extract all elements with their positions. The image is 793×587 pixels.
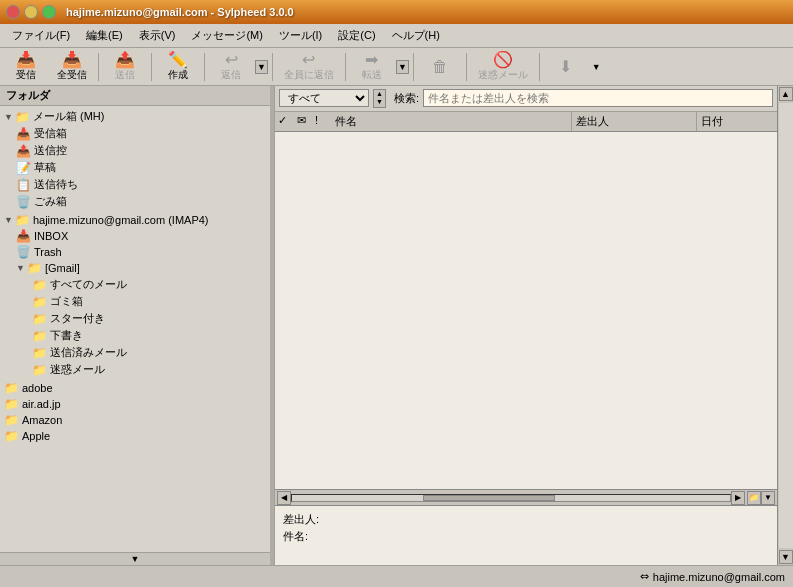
spin-down[interactable]: ▼	[374, 98, 385, 106]
folder-icon-outbox: 📤	[16, 144, 31, 158]
preview-pane: 差出人: 件名:	[275, 505, 777, 565]
scroll-left[interactable]: ◀	[277, 491, 291, 505]
menu-file[interactable]: ファイル(F)	[4, 26, 78, 45]
menu-help[interactable]: ヘルプ(H)	[384, 26, 448, 45]
folder-item-imap-account[interactable]: ▼ 📁 hajime.mizuno@gmail.com (IMAP4)	[0, 212, 274, 228]
menu-tools[interactable]: ツール(I)	[271, 26, 330, 45]
h-scrollbar[interactable]: ◀ ▶ 📁 ▼	[275, 489, 777, 505]
toolbar-separator-4	[272, 53, 273, 81]
toggle-imap[interactable]: ▼	[4, 215, 13, 225]
close-button[interactable]	[6, 5, 20, 19]
folder-item-amazon[interactable]: 📁 Amazon	[0, 412, 274, 428]
v-scroll-down[interactable]: ▼	[779, 550, 793, 564]
folder-icon-inbox: 📥	[16, 127, 31, 141]
toolbar-separator-2	[151, 53, 152, 81]
filter-spinner[interactable]: ▲ ▼	[373, 89, 386, 108]
sidebar: フォルダ ▼ 📁 メール箱 (MH) 📥 受信箱 📤 送信控 📝 草稿	[0, 86, 275, 565]
folder-item-adobe[interactable]: 📁 adobe	[0, 380, 274, 396]
folder-item-gmail-all[interactable]: 📁 すべてのメール	[0, 276, 274, 293]
scroll-track[interactable]	[291, 494, 731, 502]
folder-label-queue: 送信待ち	[34, 177, 78, 192]
menu-settings[interactable]: 設定(C)	[330, 26, 383, 45]
forward-button[interactable]: ➡ 転送	[350, 49, 394, 85]
scroll-down-btn[interactable]: ▼	[761, 491, 775, 505]
status-email-text: hajime.mizuno@gmail.com	[653, 571, 785, 583]
folder-item-airad[interactable]: 📁 air.ad.jp	[0, 396, 274, 412]
col-from[interactable]: 差出人	[572, 112, 697, 131]
folder-filter-select[interactable]: すべて	[279, 89, 369, 107]
v-scrollbar[interactable]: ▲ ▼	[777, 86, 793, 565]
folder-label-trash-local: ごみ箱	[34, 194, 67, 209]
status-bar: ⇔ hajime.mizuno@gmail.com	[0, 565, 793, 587]
forward-dropdown[interactable]: ▼	[396, 60, 409, 74]
toggle-mail-mh[interactable]: ▼	[4, 112, 13, 122]
toolbar-separator-6	[413, 53, 414, 81]
menu-message[interactable]: メッセージ(M)	[183, 26, 271, 45]
menu-edit[interactable]: 編集(E)	[78, 26, 131, 45]
message-list-toolbar: すべて ▲ ▼ 検索:	[275, 86, 777, 112]
menu-view[interactable]: 表示(V)	[131, 26, 184, 45]
folder-label-gmail-group: [Gmail]	[45, 262, 80, 274]
menu-bar: ファイル(F) 編集(E) 表示(V) メッセージ(M) ツール(I) 設定(C…	[0, 24, 793, 48]
folder-item-draft[interactable]: 📝 草稿	[0, 159, 274, 176]
receive-all-button[interactable]: 📥 全受信	[50, 49, 94, 85]
folder-item-inbox[interactable]: 📥 受信箱	[0, 125, 274, 142]
reply-all-button[interactable]: ↩ 全員に返信	[277, 49, 341, 85]
toolbar-separator-1	[98, 53, 99, 81]
folder-item-gmail-group[interactable]: ▼ 📁 [Gmail]	[0, 260, 274, 276]
folder-item-queue[interactable]: 📋 送信待ち	[0, 176, 274, 193]
delete-button[interactable]: 🗑	[418, 56, 462, 78]
toolbar-separator-3	[204, 53, 205, 81]
message-list-area[interactable]	[275, 132, 777, 489]
junk-button[interactable]: 🚫 迷惑メール	[471, 49, 535, 85]
reply-button[interactable]: ↩ 返信	[209, 49, 253, 85]
folder-label-imap: hajime.mizuno@gmail.com (IMAP4)	[33, 214, 209, 226]
folder-item-gmail-sent[interactable]: 📁 送信済みメール	[0, 344, 274, 361]
toolbar-separator-5	[345, 53, 346, 81]
junk-icon: 🚫	[493, 52, 513, 68]
folder-icon-draft: 📝	[16, 161, 31, 175]
scroll-folder-icon[interactable]: 📁	[747, 491, 761, 505]
down-button[interactable]: ⬇	[544, 56, 588, 78]
folder-item-imap-trash[interactable]: 🗑️ Trash	[0, 244, 274, 260]
folder-item-apple[interactable]: 📁 Apple	[0, 428, 274, 444]
spin-up[interactable]: ▲	[374, 90, 385, 98]
forward-icon: ➡	[365, 52, 378, 68]
folder-icon-gmail-draft: 📁	[32, 329, 47, 343]
send-button[interactable]: 📤 送信	[103, 49, 147, 85]
reply-dropdown[interactable]: ▼	[255, 60, 268, 74]
toolbar-separator-8	[539, 53, 540, 81]
folder-label-imap-trash: Trash	[34, 246, 62, 258]
sidebar-scroll-down[interactable]: ▼	[123, 553, 148, 565]
minimize-button[interactable]	[24, 5, 38, 19]
folder-label-gmail-starred: スター付き	[50, 311, 105, 326]
maximize-button[interactable]	[42, 5, 56, 19]
folder-item-trash-local[interactable]: 🗑️ ごみ箱	[0, 193, 274, 210]
folder-item-outbox[interactable]: 📤 送信控	[0, 142, 274, 159]
scroll-thumb[interactable]	[423, 495, 554, 501]
folder-label-gmail-trash: ゴミ箱	[50, 294, 83, 309]
toggle-gmail[interactable]: ▼	[16, 263, 25, 273]
folder-item-mail-mh[interactable]: ▼ 📁 メール箱 (MH)	[0, 108, 274, 125]
more-dropdown[interactable]: ▼	[592, 62, 601, 72]
v-scroll-track[interactable]	[779, 103, 793, 548]
status-icon: ⇔	[640, 570, 649, 583]
folder-tree: ▼ 📁 メール箱 (MH) 📥 受信箱 📤 送信控 📝 草稿 📋 送信待ち	[0, 106, 274, 446]
folder-item-gmail-spam[interactable]: 📁 迷惑メール	[0, 361, 274, 378]
down-icon: ⬇	[559, 59, 572, 75]
folder-item-gmail-trash[interactable]: 📁 ゴミ箱	[0, 293, 274, 310]
scroll-right[interactable]: ▶	[731, 491, 745, 505]
folder-item-imap-inbox[interactable]: 📥 INBOX	[0, 228, 274, 244]
col-subject[interactable]: 件名	[331, 112, 572, 131]
compose-button[interactable]: ✏️ 作成	[156, 49, 200, 85]
col-date[interactable]: 日付	[697, 112, 777, 131]
preview-from-label: 差出人:	[283, 513, 319, 525]
folder-icon-gmail-spam: 📁	[32, 363, 47, 377]
preview-subject-label: 件名:	[283, 530, 308, 542]
v-scroll-up[interactable]: ▲	[779, 87, 793, 101]
sidebar-resizer[interactable]	[270, 86, 274, 565]
receive-button[interactable]: 📥 受信	[4, 49, 48, 85]
folder-item-gmail-starred[interactable]: 📁 スター付き	[0, 310, 274, 327]
folder-item-gmail-draft[interactable]: 📁 下書き	[0, 327, 274, 344]
search-input[interactable]	[423, 89, 773, 107]
